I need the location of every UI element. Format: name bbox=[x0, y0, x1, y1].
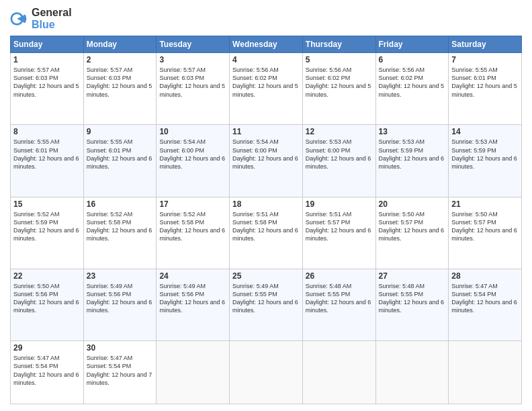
day-number: 4 bbox=[232, 55, 300, 64]
calendar-cell: 2Sunrise: 5:57 AMSunset: 6:03 PMDaylight… bbox=[83, 53, 157, 125]
calendar-cell bbox=[157, 341, 230, 404]
day-info: Sunrise: 5:54 AMSunset: 6:00 PMDaylight:… bbox=[159, 138, 226, 171]
calendar-cell bbox=[449, 341, 522, 404]
calendar-cell: 24Sunrise: 5:49 AMSunset: 5:56 PMDayligh… bbox=[157, 269, 230, 341]
calendar-cell: 10Sunrise: 5:54 AMSunset: 6:00 PMDayligh… bbox=[157, 125, 230, 197]
calendar-cell bbox=[375, 341, 449, 404]
day-info: Sunrise: 5:49 AMSunset: 5:56 PMDaylight:… bbox=[159, 282, 226, 315]
day-number: 29 bbox=[13, 343, 81, 353]
day-info: Sunrise: 5:55 AMSunset: 6:01 PMDaylight:… bbox=[451, 66, 519, 99]
week-row-2: 8Sunrise: 5:55 AMSunset: 6:01 PMDaylight… bbox=[11, 125, 522, 197]
day-info: Sunrise: 5:53 AMSunset: 5:59 PMDaylight:… bbox=[379, 138, 446, 171]
day-number: 12 bbox=[306, 127, 373, 136]
calendar-table: SundayMondayTuesdayWednesdayThursdayFrid… bbox=[10, 36, 522, 404]
day-number: 5 bbox=[306, 55, 373, 64]
week-row-1: 1Sunrise: 5:57 AMSunset: 6:03 PMDaylight… bbox=[11, 53, 522, 125]
header: General Blue bbox=[10, 7, 522, 30]
day-info: Sunrise: 5:53 AMSunset: 5:59 PMDaylight:… bbox=[451, 138, 519, 171]
calendar-cell bbox=[302, 341, 375, 404]
logo-icon bbox=[10, 9, 29, 28]
day-info: Sunrise: 5:50 AMSunset: 5:56 PMDaylight:… bbox=[13, 282, 81, 315]
day-info: Sunrise: 5:52 AMSunset: 5:58 PMDaylight:… bbox=[159, 210, 226, 243]
calendar-cell: 29Sunrise: 5:47 AMSunset: 5:54 PMDayligh… bbox=[11, 341, 84, 404]
day-number: 6 bbox=[379, 55, 446, 64]
day-number: 20 bbox=[379, 199, 446, 209]
day-info: Sunrise: 5:51 AMSunset: 5:57 PMDaylight:… bbox=[306, 210, 373, 243]
page: General Blue SundayMondayTuesdayWednesda… bbox=[0, 0, 532, 411]
day-info: Sunrise: 5:54 AMSunset: 6:00 PMDaylight:… bbox=[232, 138, 300, 171]
calendar-cell: 6Sunrise: 5:56 AMSunset: 6:02 PMDaylight… bbox=[375, 53, 449, 125]
day-number: 11 bbox=[232, 127, 300, 136]
col-header-saturday: Saturday bbox=[449, 36, 522, 53]
calendar-cell: 11Sunrise: 5:54 AMSunset: 6:00 PMDayligh… bbox=[230, 125, 303, 197]
day-number: 2 bbox=[87, 55, 154, 64]
calendar-cell: 26Sunrise: 5:48 AMSunset: 5:55 PMDayligh… bbox=[302, 269, 375, 341]
day-info: Sunrise: 5:48 AMSunset: 5:55 PMDaylight:… bbox=[379, 282, 446, 315]
day-number: 24 bbox=[159, 271, 226, 281]
calendar-cell bbox=[230, 341, 303, 404]
day-info: Sunrise: 5:47 AMSunset: 5:54 PMDaylight:… bbox=[87, 354, 154, 387]
logo: General Blue bbox=[10, 7, 72, 30]
day-number: 26 bbox=[306, 271, 373, 281]
calendar-cell: 28Sunrise: 5:47 AMSunset: 5:54 PMDayligh… bbox=[449, 269, 522, 341]
calendar-cell: 16Sunrise: 5:52 AMSunset: 5:58 PMDayligh… bbox=[83, 197, 157, 269]
day-number: 1 bbox=[13, 55, 81, 64]
day-info: Sunrise: 5:47 AMSunset: 5:54 PMDaylight:… bbox=[13, 354, 81, 387]
col-header-friday: Friday bbox=[375, 36, 449, 53]
day-info: Sunrise: 5:52 AMSunset: 5:58 PMDaylight:… bbox=[87, 210, 154, 243]
calendar-cell: 17Sunrise: 5:52 AMSunset: 5:58 PMDayligh… bbox=[157, 197, 230, 269]
day-number: 3 bbox=[159, 55, 226, 64]
day-info: Sunrise: 5:52 AMSunset: 5:59 PMDaylight:… bbox=[13, 210, 81, 243]
day-info: Sunrise: 5:51 AMSunset: 5:58 PMDaylight:… bbox=[232, 210, 300, 243]
day-number: 19 bbox=[306, 199, 373, 209]
calendar-cell: 22Sunrise: 5:50 AMSunset: 5:56 PMDayligh… bbox=[11, 269, 84, 341]
day-number: 15 bbox=[13, 199, 81, 209]
calendar-cell: 8Sunrise: 5:55 AMSunset: 6:01 PMDaylight… bbox=[11, 125, 84, 197]
calendar-cell: 3Sunrise: 5:57 AMSunset: 6:03 PMDaylight… bbox=[157, 53, 230, 125]
day-number: 9 bbox=[87, 127, 154, 136]
day-info: Sunrise: 5:55 AMSunset: 6:01 PMDaylight:… bbox=[13, 138, 81, 171]
day-number: 13 bbox=[379, 127, 446, 136]
col-header-sunday: Sunday bbox=[11, 36, 84, 53]
header-row: SundayMondayTuesdayWednesdayThursdayFrid… bbox=[11, 36, 522, 53]
day-info: Sunrise: 5:57 AMSunset: 6:03 PMDaylight:… bbox=[13, 66, 81, 99]
calendar-cell: 5Sunrise: 5:56 AMSunset: 6:02 PMDaylight… bbox=[302, 53, 375, 125]
day-info: Sunrise: 5:49 AMSunset: 5:55 PMDaylight:… bbox=[232, 282, 300, 315]
day-number: 28 bbox=[451, 271, 519, 281]
week-row-3: 15Sunrise: 5:52 AMSunset: 5:59 PMDayligh… bbox=[11, 197, 522, 269]
week-row-4: 22Sunrise: 5:50 AMSunset: 5:56 PMDayligh… bbox=[11, 269, 522, 341]
day-number: 10 bbox=[159, 127, 226, 136]
calendar-cell: 13Sunrise: 5:53 AMSunset: 5:59 PMDayligh… bbox=[375, 125, 449, 197]
day-number: 25 bbox=[232, 271, 300, 281]
calendar-cell: 30Sunrise: 5:47 AMSunset: 5:54 PMDayligh… bbox=[83, 341, 157, 404]
week-row-5: 29Sunrise: 5:47 AMSunset: 5:54 PMDayligh… bbox=[11, 341, 522, 404]
day-number: 17 bbox=[159, 199, 226, 209]
calendar-cell: 20Sunrise: 5:50 AMSunset: 5:57 PMDayligh… bbox=[375, 197, 449, 269]
col-header-thursday: Thursday bbox=[302, 36, 375, 53]
calendar-cell: 19Sunrise: 5:51 AMSunset: 5:57 PMDayligh… bbox=[302, 197, 375, 269]
day-info: Sunrise: 5:50 AMSunset: 5:57 PMDaylight:… bbox=[451, 210, 519, 243]
col-header-tuesday: Tuesday bbox=[157, 36, 230, 53]
day-info: Sunrise: 5:50 AMSunset: 5:57 PMDaylight:… bbox=[379, 210, 446, 243]
day-number: 8 bbox=[13, 127, 81, 136]
day-info: Sunrise: 5:48 AMSunset: 5:55 PMDaylight:… bbox=[306, 282, 373, 315]
calendar-cell: 15Sunrise: 5:52 AMSunset: 5:59 PMDayligh… bbox=[11, 197, 84, 269]
calendar-cell: 18Sunrise: 5:51 AMSunset: 5:58 PMDayligh… bbox=[230, 197, 303, 269]
day-number: 27 bbox=[379, 271, 446, 281]
day-number: 7 bbox=[451, 55, 519, 64]
calendar-cell: 12Sunrise: 5:53 AMSunset: 6:00 PMDayligh… bbox=[302, 125, 375, 197]
calendar-cell: 9Sunrise: 5:55 AMSunset: 6:01 PMDaylight… bbox=[83, 125, 157, 197]
day-number: 16 bbox=[87, 199, 154, 209]
day-number: 23 bbox=[87, 271, 154, 281]
day-info: Sunrise: 5:56 AMSunset: 6:02 PMDaylight:… bbox=[232, 66, 300, 99]
day-info: Sunrise: 5:56 AMSunset: 6:02 PMDaylight:… bbox=[306, 66, 373, 99]
day-info: Sunrise: 5:56 AMSunset: 6:02 PMDaylight:… bbox=[379, 66, 446, 99]
calendar-cell: 14Sunrise: 5:53 AMSunset: 5:59 PMDayligh… bbox=[449, 125, 522, 197]
calendar-cell: 25Sunrise: 5:49 AMSunset: 5:55 PMDayligh… bbox=[230, 269, 303, 341]
day-number: 14 bbox=[451, 127, 519, 136]
day-number: 30 bbox=[87, 343, 154, 353]
calendar-cell: 23Sunrise: 5:49 AMSunset: 5:56 PMDayligh… bbox=[83, 269, 157, 341]
calendar-cell: 4Sunrise: 5:56 AMSunset: 6:02 PMDaylight… bbox=[230, 53, 303, 125]
day-info: Sunrise: 5:57 AMSunset: 6:03 PMDaylight:… bbox=[87, 66, 154, 99]
day-info: Sunrise: 5:53 AMSunset: 6:00 PMDaylight:… bbox=[306, 138, 373, 171]
